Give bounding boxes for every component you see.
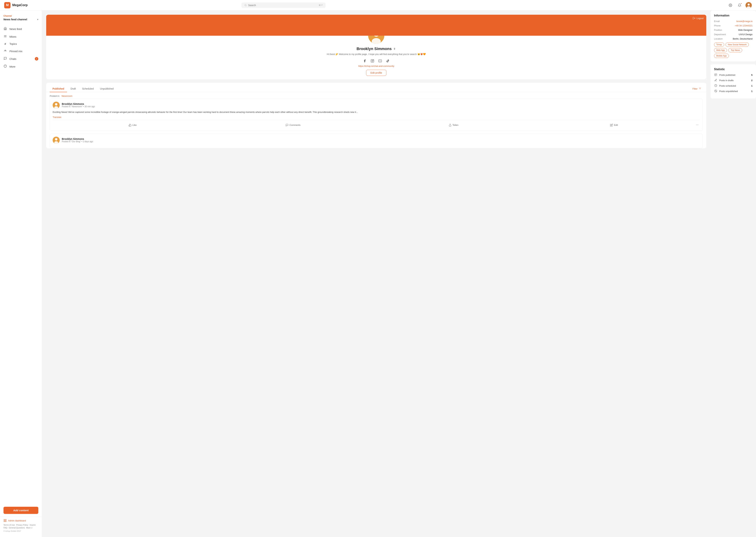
post-meta-2: Posted in "Our Blog" • 2 days ago — [62, 140, 93, 143]
main-layout: Channel News feed channel ▾ News feed Mi… — [0, 11, 756, 537]
posts-drafts-icon — [714, 79, 718, 82]
app-name: MegaCorp — [12, 3, 28, 7]
like-button-1[interactable]: Like — [53, 123, 212, 128]
tag-tchop[interactable]: Tchop — [714, 43, 724, 47]
posts-scheduled-value: 1 — [751, 85, 752, 87]
edit-button-1[interactable]: Edit — [534, 123, 694, 128]
social-icons — [50, 59, 702, 63]
channel-selector[interactable]: News feed channel ▾ — [4, 18, 38, 21]
facebook-icon[interactable] — [362, 59, 367, 63]
sidebar-item-chats[interactable]: Chats 2 — [0, 55, 42, 62]
post-avatar-1 — [53, 102, 60, 109]
phone-value[interactable]: +49 34 12344321 — [735, 24, 752, 27]
tag-top-news[interactable]: Top News — [728, 48, 742, 52]
stat-row-published: Posts published 5 — [714, 73, 752, 77]
tab-scheduled[interactable]: Scheduled — [79, 86, 97, 92]
info-row-phone: Phone +49 34 12344321 — [714, 24, 752, 27]
admin-dashboard-link[interactable]: Admin dashboard — [4, 519, 38, 522]
logo-icon: M — [4, 2, 11, 8]
posts-tabs: Published Draft Scheduled Unpublished Fi… — [46, 83, 706, 92]
comments-button-1[interactable]: Comments — [213, 123, 373, 128]
statistic-title: Statistic — [714, 68, 752, 71]
email-value[interactable]: brook@mega.io — [736, 20, 752, 22]
posts-unpublished-value: 1 — [751, 90, 752, 93]
general-questions-link[interactable]: General Questions — [9, 527, 25, 529]
location-label: Location — [714, 37, 723, 40]
search-kbd: ⌘ F — [319, 4, 323, 7]
sidebar-item-mixes[interactable]: Mixes — [0, 33, 42, 40]
stat-row-unpublished: Posts unpublished 1 — [714, 90, 752, 93]
svg-rect-19 — [371, 59, 374, 62]
posted-in-channel-link[interactable]: Newsroom — [62, 95, 72, 97]
instagram-icon[interactable] — [370, 59, 375, 63]
channel-selector-area: Channel News feed channel ▾ — [0, 13, 42, 23]
post-more-button-1[interactable] — [694, 122, 700, 128]
statistic-card: Statistic Posts published 5 Posts in dra… — [710, 64, 756, 99]
sidebar-item-pinned-mix[interactable]: Pinned mix — [0, 47, 42, 55]
chevron-down-icon: ▾ — [37, 18, 38, 21]
settings-button[interactable] — [727, 2, 734, 8]
svg-point-20 — [372, 60, 373, 62]
tab-draft[interactable]: Draft — [68, 86, 79, 92]
tag-new-social-network[interactable]: New Social Network — [726, 43, 749, 47]
profile-card: Logout Brooklyn Simmons ♀ Hi there!🤌 — [46, 15, 706, 79]
tab-unpublished[interactable]: Unpublished — [97, 86, 116, 92]
more-dots-icon — [695, 123, 699, 126]
notifications-button[interactable] — [736, 2, 743, 8]
imprint-link[interactable]: Imprint — [29, 524, 35, 526]
stat-row-scheduled: Posts scheduled 1 — [714, 84, 752, 88]
edit-profile-button[interactable]: Edit profile — [366, 70, 386, 76]
user-avatar[interactable] — [745, 2, 752, 8]
svg-point-30 — [696, 125, 696, 125]
tag-web-app[interactable]: Web App — [714, 48, 727, 52]
news-feed-label: News feed — [10, 27, 22, 30]
sidebar: Channel News feed channel ▾ News feed Mi… — [0, 11, 42, 537]
information-card: Information Email brook@mega.io Phone +4… — [710, 11, 756, 62]
department-label: Department — [714, 33, 726, 36]
svg-point-32 — [698, 125, 698, 125]
logout-label: Logout — [696, 17, 703, 20]
search-input[interactable] — [248, 4, 317, 7]
faq-link[interactable]: FAQ — [4, 527, 7, 529]
translate-link-1[interactable]: Translate — [53, 116, 62, 118]
posts-unpublished-label: Posts unpublished — [719, 90, 749, 93]
footer-links: Terms of Use Privacy Policy Imprint FAQ … — [4, 524, 38, 529]
filter-button[interactable]: Filter — [691, 86, 703, 92]
nav-icons — [727, 2, 752, 8]
tiktok-icon[interactable] — [385, 59, 390, 63]
posts-unpublished-icon — [714, 90, 718, 93]
position-value: Web Designer — [738, 29, 752, 31]
admin-link-label: Admin dashboard — [8, 519, 26, 522]
add-content-button[interactable]: Add content — [4, 507, 38, 514]
svg-point-1 — [730, 5, 731, 6]
channel-name: News feed channel — [4, 18, 27, 21]
youtube-icon[interactable] — [378, 59, 383, 63]
position-label: Position — [714, 29, 722, 31]
tag-mobile-app[interactable]: Mobile App — [714, 54, 729, 58]
terms-link[interactable]: Terms of Use — [4, 524, 15, 526]
tab-published[interactable]: Published — [50, 86, 67, 92]
logout-button[interactable]: Logout — [693, 17, 703, 20]
mixes-icon — [4, 35, 7, 38]
svg-rect-36 — [715, 74, 717, 76]
more-footer-link[interactable]: More ∨ — [26, 527, 32, 529]
sidebar-item-news-feed[interactable]: News feed — [0, 25, 42, 33]
post-author-2: Brooklyn Simmons — [62, 138, 93, 140]
posts-drafts-label: Posts in drafts — [719, 79, 749, 82]
sidebar-item-more[interactable]: More — [0, 62, 42, 70]
sidebar-item-topics[interactable]: # Topics — [0, 40, 42, 47]
privacy-link[interactable]: Privacy Policy — [16, 524, 28, 526]
profile-name: Brooklyn Simmons ♀ — [50, 47, 702, 51]
tags-section: Tchop New Social Network Web App Top New… — [714, 43, 752, 58]
department-value: UX/UI Design — [739, 33, 752, 36]
topics-label: Topics — [10, 42, 17, 45]
share-button-1[interactable]: Teilen — [374, 123, 533, 128]
post-body-1: Exciting News! We've captured some incre… — [53, 110, 700, 114]
profile-bio: Hi there!🤌 Welcome to my profile page. I… — [50, 53, 702, 56]
svg-rect-12 — [5, 519, 6, 520]
phone-label: Phone — [714, 24, 721, 27]
svg-point-27 — [55, 103, 58, 105]
location-value: Berlin, Deutschland — [733, 37, 752, 40]
admin-icon — [4, 519, 7, 522]
profile-website-link[interactable]: https://tchop.io/chat-and-community — [50, 65, 702, 67]
